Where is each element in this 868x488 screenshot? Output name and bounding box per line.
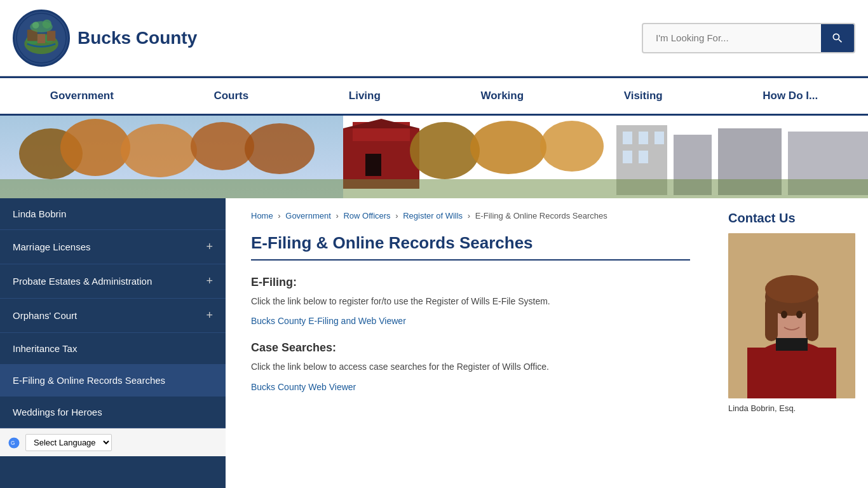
nav-item-living[interactable]: Living <box>330 78 400 114</box>
search-icon <box>831 32 844 44</box>
language-select[interactable]: Select Language <box>25 434 112 451</box>
svg-rect-4 <box>37 34 45 43</box>
search-button[interactable] <box>821 24 854 52</box>
main-nav: Government Courts Living Working Visitin… <box>0 76 868 116</box>
right-sidebar: Contact Us <box>715 198 868 488</box>
nav-item-visiting[interactable]: Visiting <box>605 78 682 114</box>
search-box <box>642 23 855 53</box>
breadcrumb-register-of-wills[interactable]: Register of Wills <box>403 211 463 220</box>
efiling-text: Click the link below to register for/to … <box>251 294 690 308</box>
svg-rect-19 <box>365 154 381 176</box>
sidebar-plus-icon: + <box>206 309 213 322</box>
site-logo[interactable] <box>13 10 70 67</box>
case-text: Click the link below to access case sear… <box>251 360 690 374</box>
svg-point-9 <box>43 19 51 28</box>
breadcrumb-sep-4: › <box>468 211 470 220</box>
sidebar-plus-icon: + <box>206 274 213 288</box>
svg-point-13 <box>121 124 197 177</box>
case-section-title: Case Searches: <box>251 341 690 355</box>
contact-photo-svg <box>728 233 855 398</box>
sidebar-item-orphans-court[interactable]: Orphans' Court + <box>0 299 226 333</box>
breadcrumb-current: E-Filing & Online Records Searches <box>475 211 607 220</box>
logo-icon <box>16 13 67 64</box>
nav-item-courts[interactable]: Courts <box>194 78 268 114</box>
contact-photo <box>728 233 855 398</box>
svg-point-44 <box>765 275 818 303</box>
nav-item-government[interactable]: Government <box>31 78 133 114</box>
svg-rect-48 <box>776 338 808 351</box>
breadcrumb-sep-3: › <box>395 211 398 220</box>
logo-area[interactable]: Bucks County <box>13 10 197 67</box>
page-title: E-Filing & Online Records Searches <box>251 233 690 261</box>
sidebar-item-inheritance-tax[interactable]: Inheritance Tax <box>0 333 226 365</box>
svg-rect-28 <box>639 132 648 144</box>
svg-rect-43 <box>806 297 818 341</box>
search-area <box>642 23 855 53</box>
svg-point-21 <box>470 121 546 174</box>
svg-rect-31 <box>639 151 648 163</box>
svg-rect-27 <box>623 132 632 144</box>
site-title: Bucks County <box>78 28 197 48</box>
svg-point-8 <box>32 22 39 29</box>
sidebar-item-marriage-licenses[interactable]: Marriage Licenses + <box>0 230 226 264</box>
svg-rect-32 <box>0 179 868 198</box>
case-link[interactable]: Bucks County Web Viewer <box>251 382 690 392</box>
svg-rect-6 <box>47 30 55 41</box>
site-header: Bucks County <box>0 0 868 76</box>
contact-title: Contact Us <box>728 211 855 226</box>
svg-rect-38 <box>747 348 836 398</box>
nav-item-working[interactable]: Working <box>461 78 543 114</box>
search-input[interactable] <box>643 25 821 51</box>
svg-text:G: G <box>11 440 15 446</box>
breadcrumb: Home › Government › Row Officers › Regis… <box>251 211 690 220</box>
efiling-section-title: E-Filing: <box>251 276 690 289</box>
nav-item-how-do-i[interactable]: How Do I... <box>743 78 837 114</box>
hero-image <box>0 116 868 198</box>
breadcrumb-sep-2: › <box>336 211 338 220</box>
translate-bar: G Select Language <box>0 428 226 456</box>
svg-point-14 <box>191 122 254 170</box>
left-sidebar: Linda Bobrin Marriage Licenses + Probate… <box>0 198 226 488</box>
efiling-link[interactable]: Bucks County E-Filing and Web Viewer <box>251 316 690 326</box>
content-wrapper: Linda Bobrin Marriage Licenses + Probate… <box>0 198 868 488</box>
breadcrumb-row-officers[interactable]: Row Officers <box>343 211 390 220</box>
sidebar-plus-icon: + <box>206 240 213 254</box>
google-icon: G <box>8 437 20 449</box>
svg-point-46 <box>796 311 803 318</box>
svg-rect-30 <box>623 151 632 163</box>
main-content: Home › Government › Row Officers › Regis… <box>226 198 715 488</box>
breadcrumb-government[interactable]: Government <box>285 211 331 220</box>
svg-point-12 <box>60 119 130 176</box>
svg-point-22 <box>540 121 604 172</box>
svg-point-20 <box>410 122 480 179</box>
sidebar-item-efiling[interactable]: E-Filing & Online Records Searches <box>0 365 226 396</box>
hero-svg <box>0 116 868 198</box>
sidebar-item-linda-bobrin[interactable]: Linda Bobrin <box>0 198 226 230</box>
contact-name: Linda Bobrin, Esq. <box>728 403 855 413</box>
svg-rect-42 <box>765 297 778 341</box>
sidebar-item-probate[interactable]: Probate Estates & Administration + <box>0 264 226 299</box>
breadcrumb-home[interactable]: Home <box>251 211 273 220</box>
breadcrumb-sep-1: › <box>278 211 280 220</box>
svg-rect-29 <box>654 132 664 144</box>
sidebar-item-weddings[interactable]: Weddings for Heroes <box>0 396 226 428</box>
svg-point-15 <box>245 123 315 174</box>
svg-point-45 <box>781 311 787 318</box>
